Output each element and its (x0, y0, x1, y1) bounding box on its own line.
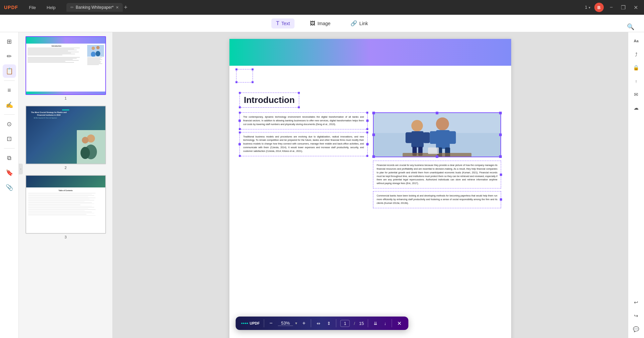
sidebar-collapse-btn[interactable]: ‹ (19, 164, 23, 174)
image-box[interactable] (373, 112, 501, 157)
page-container: Introduction (229, 39, 511, 338)
thumb2-subtitle: An More Important It's Time to be Opport… (29, 117, 62, 119)
handle-br (252, 81, 254, 83)
sidebar-annotation-icon[interactable]: 📋 (3, 64, 16, 78)
handle-tr (252, 68, 254, 70)
title-handle-bl (239, 106, 241, 108)
para2-text: Traditional business models and procedur… (243, 135, 364, 153)
save-cloud-btn[interactable]: ☁ (630, 102, 642, 114)
para1-box[interactable]: The contemporary, dynamic technology env… (239, 112, 368, 129)
sidebar-edit-icon[interactable]: ✏ (3, 50, 16, 63)
topbar: UPDF File Help ✏ Banking Whitepaper* ✕ +… (0, 0, 644, 15)
thumbnail-page-2[interactable]: ◼◼◼◼◼◼◼ The Most Crucial Strategy for Ba… (21, 106, 110, 170)
p2-tr (366, 131, 368, 133)
svg-rect-13 (436, 130, 450, 149)
intro-title-box[interactable]: Introduction (239, 93, 299, 108)
thumb1-body: Introduction (26, 44, 105, 67)
user-avatar[interactable]: B (594, 3, 604, 12)
redo-btn[interactable]: ↪ (630, 310, 642, 322)
close-bottom-nav-btn[interactable]: ✕ (396, 320, 403, 327)
page-header (229, 39, 511, 66)
thumb2-image (77, 130, 105, 164)
undo-btn[interactable]: ↩ (630, 296, 642, 308)
share-btn[interactable]: ↑ (630, 75, 642, 87)
thumb-img-1: Introduction (25, 36, 106, 95)
ocr-btn[interactable]: Aa (630, 35, 642, 47)
lock-btn[interactable]: 🔒 (630, 62, 642, 74)
img-handle-br (499, 155, 502, 158)
sidebar-attachment-icon[interactable]: 📎 (3, 181, 16, 194)
topbar-right: 1 ▾ B − ❐ ✕ (585, 3, 640, 12)
active-tab[interactable]: ✏ Banking Whitepaper* ✕ (66, 3, 123, 12)
minimize-btn[interactable]: − (608, 4, 615, 11)
image-tool-btn[interactable]: 🖼 Image (305, 18, 335, 29)
sidebar-form-icon[interactable]: ≡ (3, 83, 16, 97)
chat-btn[interactable]: 💬 (630, 323, 642, 335)
nav-divider-3 (336, 319, 336, 327)
thumb-label-3: 3 (21, 235, 110, 239)
title-handle-tl (239, 92, 241, 94)
para3-text: Financial records are crucial for any bu… (377, 164, 497, 185)
thumbnail-page-3[interactable]: Table of Contents (21, 175, 110, 239)
thumbnail-page-1[interactable]: Introduction (21, 36, 110, 100)
link-tool-btn[interactable]: 🔗 Link (346, 18, 373, 29)
fit-width-btn[interactable]: ⇔ (315, 320, 322, 327)
zoom-out-btn[interactable]: − (268, 320, 274, 327)
thumb-img-2: ◼◼◼◼◼◼◼ The Most Crucial Strategy for Ba… (25, 106, 106, 164)
page-indicator[interactable]: 1 ▾ (585, 5, 590, 10)
nav-divider-5 (391, 319, 392, 327)
para2-box[interactable]: Traditional business models and procedur… (239, 132, 368, 156)
svg-rect-21 (423, 132, 430, 143)
text-tool-btn[interactable]: T Text (271, 18, 294, 29)
email-btn[interactable]: ✉ (630, 89, 642, 101)
sidebar-extract-icon[interactable]: ⊙ (3, 117, 16, 131)
sidebar-signature-icon[interactable]: ✍ (3, 98, 16, 112)
para2-handle-mid (238, 143, 241, 145)
zoom-in-btn[interactable]: + (301, 320, 307, 327)
sidebar-layers-icon[interactable]: ⧉ (3, 151, 16, 165)
para3-box[interactable]: Financial records are crucial for any bu… (373, 161, 501, 188)
sidebar-organize-icon[interactable]: ⊡ (3, 132, 16, 146)
extract-pdf-btn[interactable]: ⤴ (630, 48, 642, 60)
menu-file[interactable]: File (26, 4, 39, 11)
zoom-input[interactable] (278, 321, 293, 326)
document-image (374, 113, 500, 157)
p1-br (366, 128, 368, 130)
menu-help[interactable]: Help (44, 4, 58, 11)
toolbar: T Text 🖼 Image 🔗 Link 🔍 (0, 15, 644, 32)
search-icon[interactable]: 🔍 (624, 20, 637, 34)
zoom-dropdown-icon[interactable]: ▾ (295, 321, 297, 326)
thumb-label-2: 2 (21, 166, 110, 170)
right-sidebar: Aa ⤴ 🔒 ↑ ✉ ☁ ↩ ↪ 💬 (628, 32, 644, 338)
img-handle-tm (436, 112, 438, 114)
nav-divider-2 (311, 319, 311, 327)
svg-rect-19 (411, 131, 424, 148)
thumb3-body: Table of Contents (26, 187, 105, 218)
svg-point-9 (80, 147, 90, 159)
para4-box[interactable]: Commercial banks have been looking at an… (373, 191, 501, 208)
close-btn[interactable]: ✕ (632, 4, 640, 11)
current-page-input[interactable] (340, 320, 350, 327)
left-sidebar: ⊞ ✏ 📋 ≡ ✍ ⊙ ⊡ ⧉ 🔖 📎 ‹ (0, 32, 19, 338)
page-separator: / (354, 321, 355, 326)
selection-handle-top[interactable] (236, 69, 253, 82)
sidebar-thumbnail-icon[interactable]: ⊞ (3, 35, 16, 48)
prev-page-btn[interactable]: ↓ (383, 320, 388, 327)
page-num: 1 (585, 5, 587, 10)
thumb1-right (87, 45, 104, 65)
left-column: The contemporary, dynamic technology env… (239, 112, 368, 208)
first-page-btn[interactable]: ⇊ (372, 320, 379, 327)
sidebar-divider-3 (4, 148, 15, 149)
img-handle-tl (372, 112, 375, 114)
fit-page-btn[interactable]: ⇕ (326, 320, 332, 327)
p2-tl (239, 131, 241, 133)
restore-btn[interactable]: ❐ (619, 4, 628, 11)
sidebar-bookmark-icon[interactable]: 🔖 (3, 166, 16, 179)
thumb1-intro-label: Introduction (28, 45, 86, 47)
tab-close-btn[interactable]: ✕ (116, 5, 119, 10)
nav-divider-1 (264, 319, 264, 327)
svg-rect-20 (406, 132, 412, 143)
para4-handle-mr (500, 199, 502, 201)
svg-rect-14 (430, 131, 437, 144)
new-tab-btn[interactable]: + (124, 4, 128, 11)
